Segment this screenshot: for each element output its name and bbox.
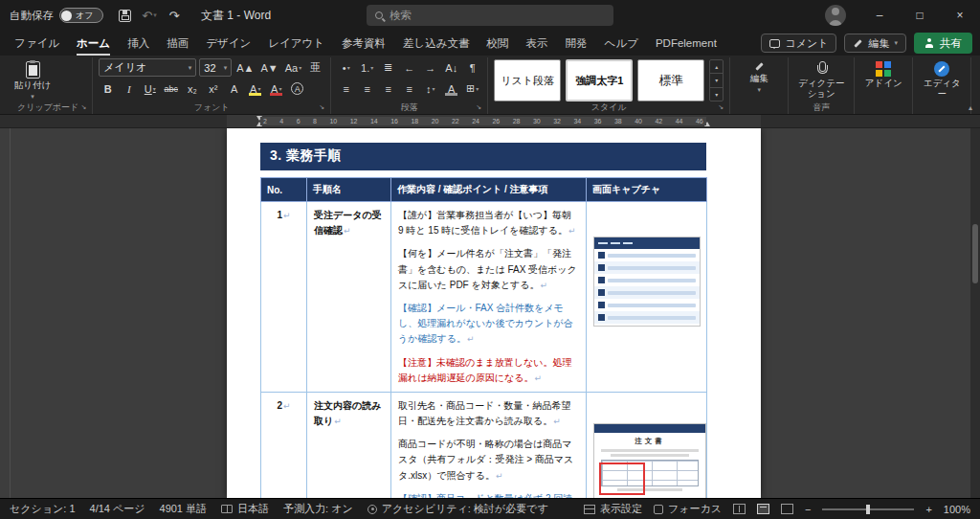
print-layout-button[interactable] xyxy=(757,504,769,514)
comments-button[interactable]: コメント xyxy=(761,34,836,53)
avatar[interactable] xyxy=(825,5,846,26)
grow-font-button[interactable]: A▲ xyxy=(234,58,256,77)
align-center-button[interactable]: ≡ xyxy=(358,79,376,98)
addins-button[interactable]: アドイン xyxy=(860,58,906,89)
font-color-button[interactable]: A▾ xyxy=(267,79,285,98)
zoom-slider[interactable] xyxy=(822,508,914,510)
bullets-button[interactable]: •▾ xyxy=(337,58,355,77)
tab-file[interactable]: ファイル xyxy=(6,31,68,56)
shading-button[interactable]: A xyxy=(442,79,460,98)
step-number-cell[interactable]: 2↵ xyxy=(261,392,307,498)
save-button[interactable] xyxy=(113,4,136,27)
search-input[interactable] xyxy=(390,10,605,21)
highlight-button[interactable]: A▾ xyxy=(246,79,264,98)
step-paragraph-check[interactable]: 【確認】商品コードと数量は必ず 2 回読み返す。↵ xyxy=(398,491,579,498)
tab-mailings[interactable]: 差し込み文書 xyxy=(394,31,479,56)
subscript-button[interactable]: x₂ xyxy=(183,79,201,98)
show-formatting-marks-button[interactable]: ¶ xyxy=(463,58,481,77)
gallery-more-icon[interactable]: ▾ xyxy=(710,88,723,101)
tab-view[interactable]: 表示 xyxy=(518,31,557,56)
font-name-combobox[interactable]: メイリオ ▾ xyxy=(99,58,196,77)
search-box[interactable] xyxy=(367,5,613,26)
step-name-cell[interactable]: 注文内容の読み取り↵ xyxy=(307,392,391,498)
undo-button[interactable]: ↶▾ xyxy=(138,4,161,27)
status-text-prediction[interactable]: 予測入力: オン xyxy=(283,502,353,516)
section-heading[interactable]: 3. 業務手順 xyxy=(260,143,706,170)
maximize-button[interactable]: □ xyxy=(900,0,940,31)
gallery-down-icon[interactable]: ▾ xyxy=(710,74,723,87)
status-page-count[interactable]: 4/14 ページ xyxy=(90,502,145,516)
zoom-level[interactable]: 100% xyxy=(944,504,970,515)
editor-button[interactable]: エディター xyxy=(919,58,965,100)
editing-mode-button[interactable]: 編集 ▾ xyxy=(844,34,906,53)
strikethrough-button[interactable]: abc xyxy=(162,79,180,98)
share-button[interactable]: 共有 xyxy=(914,33,972,54)
tab-developer[interactable]: 開発 xyxy=(557,31,596,56)
dialog-launcher-icon[interactable]: ↘ xyxy=(80,103,86,111)
change-case-button[interactable]: Aa▾ xyxy=(283,58,303,77)
style-normal[interactable]: 標準 xyxy=(637,59,704,102)
enclose-characters-button[interactable]: A xyxy=(288,79,306,98)
step-paragraph-caution[interactable]: 【注意】未確認のまま放置しない。処理漏れは納期遅延の原因になる。↵ xyxy=(398,355,579,386)
dialog-launcher-icon[interactable]: ↘ xyxy=(476,103,481,111)
font-size-combobox[interactable]: 32 ▾ xyxy=(199,58,232,77)
step-paragraph-check[interactable]: 【確認】メール・FAX 合計件数をメモし、処理漏れがないか後でカウントが合うか確… xyxy=(398,301,579,348)
dialog-launcher-icon[interactable]: ↘ xyxy=(718,103,724,111)
minimize-button[interactable]: – xyxy=(859,0,900,31)
borders-button[interactable]: ⊞▾ xyxy=(463,79,481,98)
decrease-indent-button[interactable]: ← xyxy=(400,58,418,77)
increase-indent-button[interactable]: → xyxy=(421,58,439,77)
step-paragraph[interactable]: 取引先名・商品コード・数量・納品希望日・配送先を注文書から読み取る。↵ xyxy=(398,398,579,429)
step-paragraph[interactable]: 【何を】メール件名が「注文書」「発注書」を含むもの、または FAX 受信ボックス… xyxy=(398,246,579,293)
style-emphasis-bold1[interactable]: 強調太字1 xyxy=(566,59,633,102)
step-paragraph[interactable]: 【誰が】営業事務担当者が【いつ】毎朝 9 時と 15 時に受信トレイを確認する。… xyxy=(398,208,579,238)
italic-button[interactable]: I xyxy=(120,79,138,98)
close-button[interactable]: × xyxy=(940,0,980,31)
step-number-cell[interactable]: 1↵ xyxy=(261,202,307,393)
ruler[interactable]: 2468101214161820222426283032343638404244… xyxy=(0,115,980,128)
capture-cell[interactable] xyxy=(587,202,707,393)
tab-review[interactable]: 校閲 xyxy=(479,31,518,56)
redo-button[interactable]: ↷ xyxy=(163,4,186,27)
step-name-cell[interactable]: 受注データの受信確認↵ xyxy=(307,202,391,393)
autosave-toggle[interactable]: オフ xyxy=(59,8,103,23)
gallery-up-icon[interactable]: ▴ xyxy=(710,60,723,74)
capture-cell[interactable]: 注文書 xyxy=(587,392,707,498)
collapse-ribbon-icon[interactable]: ▴ xyxy=(969,103,972,112)
tab-insert[interactable]: 挿入 xyxy=(119,31,158,56)
zoom-slider-knob[interactable] xyxy=(866,505,870,514)
align-left-button[interactable]: ≡ xyxy=(337,79,355,98)
document-page[interactable]: 3. 業務手順 No. 手順名 作業内容 / 確認ポイント / 注意事項 画面キ… xyxy=(227,128,761,498)
ruby-button[interactable]: 亜 xyxy=(306,58,324,77)
tab-design[interactable]: デザイン xyxy=(197,31,259,56)
paste-button[interactable]: 貼り付け ▾ xyxy=(10,58,56,101)
step-details-cell[interactable]: 【誰が】営業事務担当者が【いつ】毎朝 9 時と 15 時に受信トレイを確認する。… xyxy=(391,202,587,393)
multilevel-list-button[interactable]: ≣ xyxy=(379,58,397,77)
dictation-button[interactable]: ディクテーション xyxy=(794,58,848,100)
dialog-launcher-icon[interactable]: ↘ xyxy=(319,103,324,111)
status-word-count[interactable]: 4901 単語 xyxy=(160,502,208,516)
align-right-button[interactable]: ≡ xyxy=(379,79,397,98)
tab-help[interactable]: ヘルプ xyxy=(596,31,647,56)
shrink-font-button[interactable]: A▼ xyxy=(259,58,280,77)
view-settings-button[interactable]: 表示設定 xyxy=(584,502,642,516)
tab-pdfelement[interactable]: PDFelement xyxy=(647,31,725,56)
underline-button[interactable]: U▾ xyxy=(141,79,159,98)
justify-button[interactable]: ≡ xyxy=(400,79,418,98)
read-mode-button[interactable] xyxy=(733,504,746,514)
text-effects-button[interactable]: A xyxy=(225,79,243,98)
tab-home[interactable]: ホーム xyxy=(68,31,119,56)
line-spacing-button[interactable]: ↕▾ xyxy=(421,79,439,98)
step-details-cell[interactable]: 取引先名・商品コード・数量・納品希望日・配送先を注文書から読み取る。↵ 商品コー… xyxy=(391,392,587,498)
numbering-button[interactable]: 1.▾ xyxy=(358,58,376,77)
focus-mode-button[interactable]: フォーカス xyxy=(654,502,722,516)
status-accessibility[interactable]: アクセシビリティ: 検討が必要です xyxy=(368,502,548,516)
tab-references[interactable]: 参考資料 xyxy=(333,31,394,56)
screenshot-thumbnail-order-form[interactable]: 注文書 xyxy=(593,423,706,498)
tab-layout[interactable]: レイアウト xyxy=(259,31,333,56)
editing-menu-button[interactable]: 編集 ▾ xyxy=(736,58,782,94)
status-language[interactable]: 日本語 xyxy=(221,502,269,516)
sort-button[interactable]: A↓ xyxy=(442,58,460,77)
style-list-paragraph[interactable]: リスト段落 xyxy=(494,59,561,102)
step-paragraph[interactable]: 商品コードが不明・略称の場合は商品マスタ（共有フォルダ：受発注 > 商品マスタ.… xyxy=(398,437,579,484)
